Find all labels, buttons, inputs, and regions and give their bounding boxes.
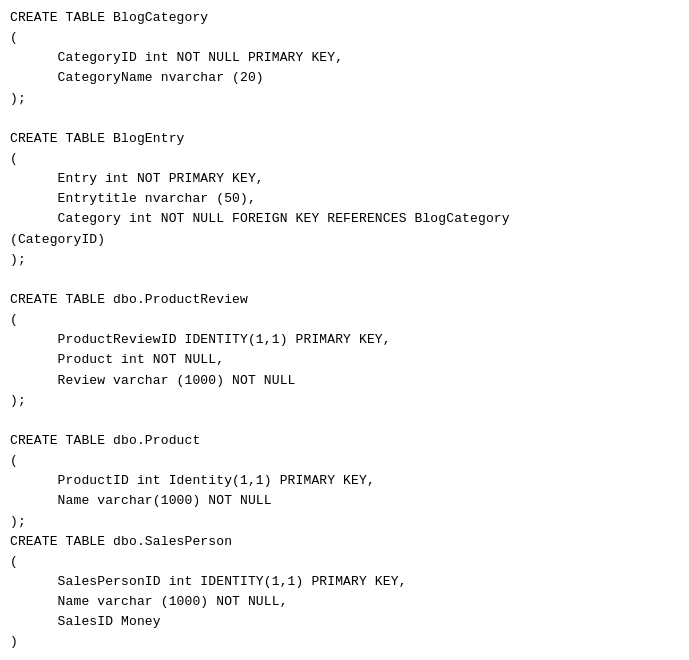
code-line-1: CREATE TABLE BlogCategory ( CategoryID i… [10, 10, 510, 649]
code-container: CREATE TABLE BlogCategory ( CategoryID i… [10, 8, 679, 653]
